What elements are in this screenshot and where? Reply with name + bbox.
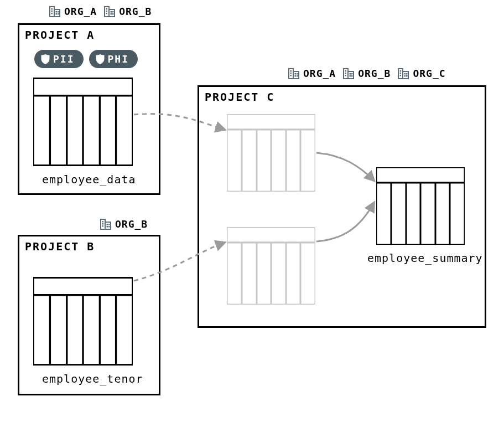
table-label: employee_data [42,173,136,186]
building-icon [288,66,301,80]
tag-pill: PHI [89,50,138,68]
table-icon [376,167,465,245]
org-label: ORG_A [64,6,97,17]
org-badge: ORG_B [100,217,148,230]
tag-label: PII [53,53,75,65]
diagram-canvas: ORG_A ORG_B ORG_B ORG_A ORG_B ORG_C PROJ… [0,0,504,422]
org-badge: ORG_A [49,4,97,18]
table-label: employee_summary [367,251,483,265]
project-c-orgs: ORG_A ORG_B ORG_C [288,66,446,80]
tag-label: PHI [108,53,129,65]
table-icon-faded [227,114,315,192]
project-a-tags: PII PHI [34,50,138,68]
org-badge: ORG_B [103,4,152,18]
org-label: ORG_B [358,68,391,79]
table-icon-faded [227,227,315,305]
project-title: PROJECT A [25,28,95,42]
project-title: PROJECT B [25,240,95,253]
org-badge: ORG_A [288,66,336,80]
building-icon [100,217,113,230]
project-b-orgs: ORG_B [100,217,148,230]
building-icon [103,4,117,18]
building-icon [49,4,62,18]
table-label: employee_tenor [42,372,143,385]
project-a-orgs: ORG_A ORG_B [49,4,152,18]
tag-pill: PII [34,50,84,68]
org-badge: ORG_C [397,66,445,80]
table-icon [33,277,133,366]
building-icon [342,66,356,80]
table-icon [33,78,133,166]
org-label: ORG_B [119,6,152,17]
org-label: ORG_B [115,218,148,230]
org-badge: ORG_B [342,66,391,80]
project-title: PROJECT C [205,90,274,104]
shield-icon [96,54,105,64]
org-label: ORG_C [413,68,445,79]
org-label: ORG_A [303,68,336,79]
building-icon [397,66,411,80]
shield-icon [41,54,50,64]
